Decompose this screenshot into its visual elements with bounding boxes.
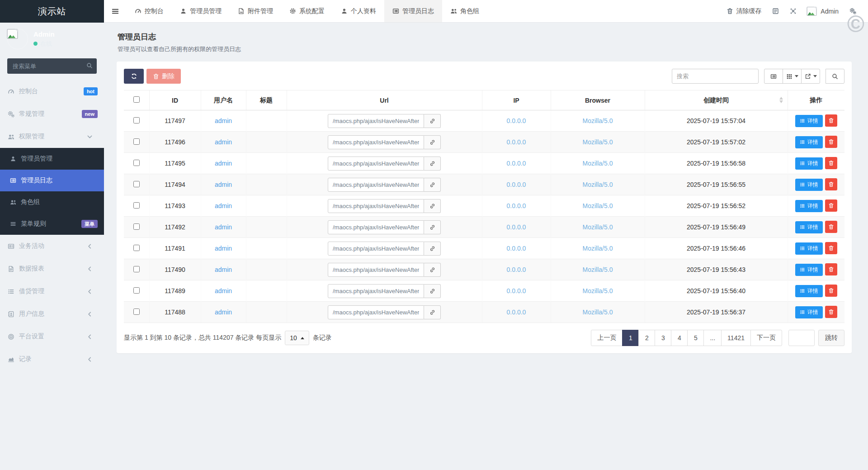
page-number-button[interactable]: 4 <box>671 330 688 346</box>
detail-button[interactable]: 详情 <box>795 242 823 255</box>
open-url-button[interactable] <box>424 114 441 128</box>
sidebar-item-report[interactable]: 数据报表 <box>0 257 104 280</box>
detail-button[interactable]: 详情 <box>795 115 823 127</box>
delete-button[interactable]: 删除 <box>146 69 181 84</box>
sidebar-item-menu-rule[interactable]: 菜单规则 菜单 <box>0 213 104 235</box>
browser-link[interactable]: Mozilla/5.0 <box>583 245 613 252</box>
page-number-button[interactable]: ... <box>703 330 722 346</box>
url-input[interactable] <box>328 135 424 149</box>
browser-link[interactable]: Mozilla/5.0 <box>583 160 613 167</box>
browser-link[interactable]: Mozilla/5.0 <box>583 138 613 146</box>
url-input[interactable] <box>328 199 424 213</box>
open-url-button[interactable] <box>424 242 441 256</box>
jump-page-input[interactable] <box>788 330 815 346</box>
brand-title[interactable]: 演示站 <box>0 0 104 23</box>
sidebar-item-dashboard[interactable]: 控制台 hot <box>0 80 104 103</box>
clear-cache-button[interactable]: 清除缓存 <box>726 7 761 15</box>
row-checkbox[interactable] <box>133 117 140 123</box>
docs-button[interactable] <box>772 8 779 14</box>
username-link[interactable]: admin <box>215 117 232 124</box>
row-checkbox[interactable] <box>133 266 140 272</box>
detail-button[interactable]: 详情 <box>795 200 823 212</box>
columns-button[interactable] <box>783 69 802 84</box>
url-input[interactable] <box>328 178 424 192</box>
col-header-created[interactable]: 创建时间 <box>645 90 788 110</box>
ip-link[interactable]: 0.0.0.0 <box>507 160 526 167</box>
ip-link[interactable]: 0.0.0.0 <box>507 223 526 231</box>
sidebar-item-general[interactable]: 常规管理 new <box>0 103 104 125</box>
page-size-select[interactable]: 10 <box>285 331 309 345</box>
sidebar-item-record[interactable]: 记录 <box>0 348 104 370</box>
export-button[interactable] <box>801 69 820 84</box>
row-delete-button[interactable] <box>825 114 837 127</box>
ip-link[interactable]: 0.0.0.0 <box>507 202 526 209</box>
tab-attachment[interactable]: 附件管理 <box>230 0 281 22</box>
tab-admin-log[interactable]: 管理员日志 <box>384 0 442 22</box>
col-header-ip[interactable]: IP <box>482 90 551 110</box>
sidebar-item-business[interactable]: 业务活动 <box>0 235 104 257</box>
username-link[interactable]: admin <box>215 287 232 294</box>
page-number-button[interactable]: 1 <box>622 330 639 346</box>
page-number-button[interactable]: 2 <box>638 330 655 346</box>
username-link[interactable]: admin <box>215 223 232 231</box>
header-username[interactable]: Admin <box>821 8 839 15</box>
sidebar-item-platform[interactable]: 平台设置 <box>0 325 104 348</box>
detail-button[interactable]: 详情 <box>795 136 823 148</box>
detail-button[interactable]: 详情 <box>795 285 823 297</box>
open-url-button[interactable] <box>424 135 441 149</box>
detail-button[interactable]: 详情 <box>795 157 823 170</box>
url-input[interactable] <box>328 157 424 171</box>
row-delete-button[interactable] <box>825 306 837 318</box>
col-header-url[interactable]: Url <box>287 90 482 110</box>
sidebar-item-loan[interactable]: 借贷管理 <box>0 280 104 303</box>
search-toggle-button[interactable] <box>826 69 844 84</box>
detail-button[interactable]: 详情 <box>795 264 823 276</box>
col-header-title[interactable]: 标题 <box>246 90 287 110</box>
tab-dashboard[interactable]: 控制台 <box>127 0 172 22</box>
sidebar-item-role-group[interactable]: 角色组 <box>0 191 104 213</box>
tab-role-group[interactable]: 角色组 <box>442 0 487 22</box>
header-avatar[interactable] <box>807 6 817 16</box>
row-checkbox[interactable] <box>133 138 140 145</box>
open-url-button[interactable] <box>424 305 441 319</box>
row-checkbox[interactable] <box>133 223 140 230</box>
ip-link[interactable]: 0.0.0.0 <box>507 266 526 273</box>
col-header-browser[interactable]: Browser <box>551 90 645 110</box>
row-checkbox[interactable] <box>133 287 140 294</box>
jump-button[interactable]: 跳转 <box>818 330 844 346</box>
tab-system-config[interactable]: 系统配置 <box>281 0 333 22</box>
open-url-button[interactable] <box>424 263 441 277</box>
menu-search-input[interactable] <box>7 58 97 74</box>
ip-link[interactable]: 0.0.0.0 <box>507 287 526 294</box>
browser-link[interactable]: Mozilla/5.0 <box>583 202 613 209</box>
ip-link[interactable]: 0.0.0.0 <box>507 138 526 146</box>
open-url-button[interactable] <box>424 157 441 171</box>
settings-menu-button[interactable] <box>849 8 856 14</box>
username-link[interactable]: admin <box>215 245 232 252</box>
ip-link[interactable]: 0.0.0.0 <box>507 117 526 124</box>
detail-button[interactable]: 详情 <box>795 306 823 318</box>
toggle-view-button[interactable] <box>764 69 783 84</box>
username-link[interactable]: admin <box>215 266 232 273</box>
table-search-input[interactable] <box>672 69 759 84</box>
page-number-button[interactable]: 3 <box>655 330 671 346</box>
select-all-checkbox[interactable] <box>133 96 140 103</box>
open-url-button[interactable] <box>424 220 441 234</box>
row-delete-button[interactable] <box>825 242 837 254</box>
row-delete-button[interactable] <box>825 178 837 190</box>
browser-link[interactable]: Mozilla/5.0 <box>583 181 613 188</box>
ip-link[interactable]: 0.0.0.0 <box>507 309 526 316</box>
browser-link[interactable]: Mozilla/5.0 <box>583 309 613 316</box>
sort-icon[interactable] <box>779 97 783 103</box>
username-link[interactable]: admin <box>215 138 232 146</box>
row-checkbox[interactable] <box>133 245 140 251</box>
username-link[interactable]: admin <box>215 202 232 209</box>
row-delete-button[interactable] <box>825 285 837 297</box>
page-number-button[interactable]: 11421 <box>721 330 751 346</box>
col-header-id[interactable]: ID <box>149 90 201 110</box>
username-link[interactable]: admin <box>215 160 232 167</box>
prev-page-button[interactable]: 上一页 <box>591 330 623 346</box>
username-link[interactable]: admin <box>215 309 232 316</box>
row-checkbox[interactable] <box>133 202 140 209</box>
ip-link[interactable]: 0.0.0.0 <box>507 181 526 188</box>
